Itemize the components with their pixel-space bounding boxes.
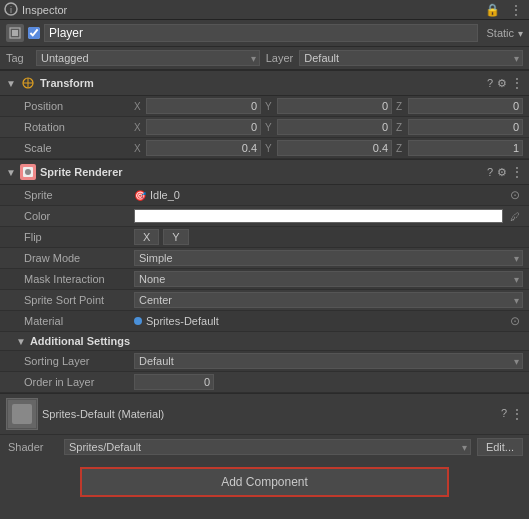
sprite-renderer-help-btn[interactable]: ? xyxy=(487,166,493,178)
add-component-button[interactable]: Add Component xyxy=(80,467,449,497)
color-eyedropper-btn[interactable]: 🖊 xyxy=(507,208,523,224)
transform-title: Transform xyxy=(40,77,483,89)
material-component-name: Sprites-Default (Material) xyxy=(42,408,164,420)
scale-z-label: Z xyxy=(396,143,406,154)
flip-x-btn[interactable]: X xyxy=(134,229,159,245)
rotation-z-input[interactable] xyxy=(408,119,523,135)
sprite-picker-btn[interactable]: ⊙ xyxy=(507,187,523,203)
layer-dropdown[interactable]: Default xyxy=(299,50,523,66)
transform-more-btn[interactable]: ⋮ xyxy=(511,76,523,90)
additional-settings-header[interactable]: ▼ Additional Settings xyxy=(0,332,529,351)
shader-label: Shader xyxy=(8,441,58,453)
material-value: Sprites-Default xyxy=(146,315,503,327)
static-dropdown-arrow[interactable]: ▾ xyxy=(518,28,523,39)
rotation-row: Rotation X Y Z xyxy=(0,117,529,138)
order-in-layer-input[interactable] xyxy=(134,374,214,390)
sorting-layer-row: Sorting Layer Default xyxy=(0,351,529,372)
material-component-header: Sprites-Default (Material) ? ⋮ xyxy=(0,394,529,435)
add-component-wrapper: Add Component xyxy=(0,459,529,505)
scale-x-input[interactable] xyxy=(146,140,261,156)
sorting-layer-label: Sorting Layer xyxy=(24,355,134,367)
lock-icon[interactable]: 🔒 xyxy=(482,2,503,18)
scale-label: Scale xyxy=(24,142,134,154)
object-name-input[interactable] xyxy=(44,24,478,42)
shader-edit-btn[interactable]: Edit... xyxy=(477,438,523,456)
position-x-input[interactable] xyxy=(146,98,261,114)
position-row: Position X Y Z xyxy=(0,96,529,117)
sprite-value: Idle_0 xyxy=(150,189,503,201)
rotation-y-label: Y xyxy=(265,122,275,133)
tag-layer-row: Tag Untagged Layer Default xyxy=(0,47,529,70)
color-label: Color xyxy=(24,210,134,222)
position-x-label: X xyxy=(134,101,144,112)
rotation-label: Rotation xyxy=(24,121,134,133)
draw-mode-dropdown[interactable]: Simple xyxy=(134,250,523,266)
position-z-input[interactable] xyxy=(408,98,523,114)
scale-x-label: X xyxy=(134,143,144,154)
inspector-icon: i xyxy=(4,2,18,18)
sprite-renderer-collapse-arrow: ▼ xyxy=(6,167,16,178)
sprite-renderer-more-btn[interactable]: ⋮ xyxy=(511,165,523,179)
sprite-renderer-section-header[interactable]: ▼ Sprite Renderer ? ⚙ ⋮ xyxy=(0,159,529,185)
draw-mode-row: Draw Mode Simple xyxy=(0,248,529,269)
material-preview-thumbnail xyxy=(6,398,38,430)
order-in-layer-label: Order in Layer xyxy=(24,376,134,388)
color-swatch[interactable] xyxy=(134,209,503,223)
shader-dropdown[interactable]: Sprites/Default xyxy=(64,439,471,455)
object-header: Static ▾ xyxy=(0,20,529,47)
sprite-row: Sprite 🎯 Idle_0 ⊙ xyxy=(0,185,529,206)
mask-interaction-row: Mask Interaction None xyxy=(0,269,529,290)
transform-settings-btn[interactable]: ⚙ xyxy=(497,77,507,90)
material-help-btn[interactable]: ? xyxy=(501,407,507,421)
shader-dropdown-wrapper: Sprites/Default xyxy=(64,439,471,455)
material-component-info: Sprites-Default (Material) xyxy=(42,408,497,420)
sprite-label: Sprite xyxy=(24,189,134,201)
material-label: Material xyxy=(24,315,134,327)
transform-collapse-arrow: ▼ xyxy=(6,78,16,89)
material-section: Sprites-Default (Material) ? ⋮ Shader Sp… xyxy=(0,393,529,459)
sorting-layer-dropdown[interactable]: Default xyxy=(134,353,523,369)
material-picker-btn[interactable]: ⊙ xyxy=(507,313,523,329)
scale-row: Scale X Y Z xyxy=(0,138,529,159)
order-in-layer-row: Order in Layer xyxy=(0,372,529,393)
sprite-renderer-icon xyxy=(20,164,36,180)
position-y-label: Y xyxy=(265,101,275,112)
position-label: Position xyxy=(24,100,134,112)
scale-z-input[interactable] xyxy=(408,140,523,156)
transform-help-btn[interactable]: ? xyxy=(487,77,493,89)
tag-dropdown-wrapper: Untagged xyxy=(36,50,260,66)
rotation-x-input[interactable] xyxy=(146,119,261,135)
sprite-sort-point-dropdown[interactable]: Center xyxy=(134,292,523,308)
svg-rect-10 xyxy=(12,404,32,424)
svg-rect-3 xyxy=(12,30,18,36)
material-dot xyxy=(134,317,142,325)
flip-row: Flip X Y xyxy=(0,227,529,248)
rotation-z-label: Z xyxy=(396,122,406,133)
shader-row: Shader Sprites/Default Edit... xyxy=(0,435,529,459)
rotation-y-input[interactable] xyxy=(277,119,392,135)
title-bar-title: Inspector xyxy=(22,4,67,16)
additional-settings-title: Additional Settings xyxy=(30,335,130,347)
object-active-checkbox[interactable] xyxy=(28,27,40,39)
title-bar: i Inspector 🔒 ⋮ xyxy=(0,0,529,20)
sprite-sort-point-row: Sprite Sort Point Center xyxy=(0,290,529,311)
layer-dropdown-wrapper: Default xyxy=(299,50,523,66)
sprite-renderer-settings-btn[interactable]: ⚙ xyxy=(497,166,507,179)
transform-section-header[interactable]: ▼ Transform ? ⚙ ⋮ xyxy=(0,70,529,96)
gameobject-icon xyxy=(6,24,24,42)
scale-y-input[interactable] xyxy=(277,140,392,156)
tag-dropdown[interactable]: Untagged xyxy=(36,50,260,66)
position-y-input[interactable] xyxy=(277,98,392,114)
svg-text:i: i xyxy=(10,5,12,15)
mask-interaction-label: Mask Interaction xyxy=(24,273,134,285)
static-label: Static xyxy=(486,27,514,39)
scale-y-label: Y xyxy=(265,143,275,154)
color-row: Color 🖊 xyxy=(0,206,529,227)
layer-label: Layer xyxy=(266,52,294,64)
transform-icon xyxy=(20,75,36,91)
menu-icon[interactable]: ⋮ xyxy=(507,2,525,18)
material-more-btn[interactable]: ⋮ xyxy=(511,407,523,421)
mask-interaction-dropdown[interactable]: None xyxy=(134,271,523,287)
additional-settings-arrow: ▼ xyxy=(16,336,26,347)
flip-y-btn[interactable]: Y xyxy=(163,229,188,245)
